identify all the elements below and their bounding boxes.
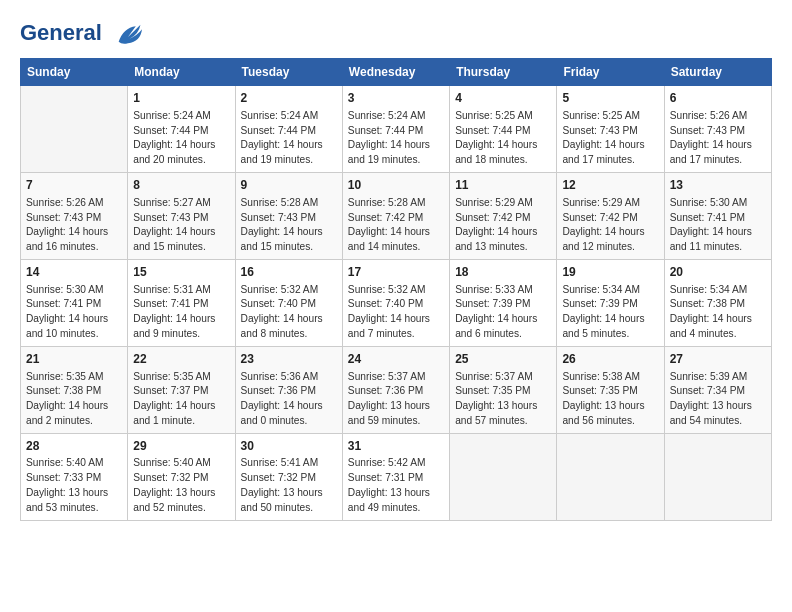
day-content: Sunrise: 5:24 AM Sunset: 7:44 PM Dayligh… [348, 109, 444, 168]
day-number: 4 [455, 90, 551, 107]
weekday-header-monday: Monday [128, 59, 235, 86]
calendar-cell: 27Sunrise: 5:39 AM Sunset: 7:34 PM Dayli… [664, 346, 771, 433]
day-number: 29 [133, 438, 229, 455]
day-number: 14 [26, 264, 122, 281]
calendar-cell: 14Sunrise: 5:30 AM Sunset: 7:41 PM Dayli… [21, 259, 128, 346]
day-content: Sunrise: 5:40 AM Sunset: 7:33 PM Dayligh… [26, 456, 122, 515]
calendar-cell: 20Sunrise: 5:34 AM Sunset: 7:38 PM Dayli… [664, 259, 771, 346]
calendar-cell: 28Sunrise: 5:40 AM Sunset: 7:33 PM Dayli… [21, 433, 128, 520]
weekday-header-sunday: Sunday [21, 59, 128, 86]
day-content: Sunrise: 5:37 AM Sunset: 7:35 PM Dayligh… [455, 370, 551, 429]
calendar-cell: 13Sunrise: 5:30 AM Sunset: 7:41 PM Dayli… [664, 172, 771, 259]
day-number: 9 [241, 177, 337, 194]
week-row-1: 1Sunrise: 5:24 AM Sunset: 7:44 PM Daylig… [21, 86, 772, 173]
day-number: 8 [133, 177, 229, 194]
day-content: Sunrise: 5:38 AM Sunset: 7:35 PM Dayligh… [562, 370, 658, 429]
calendar-cell: 3Sunrise: 5:24 AM Sunset: 7:44 PM Daylig… [342, 86, 449, 173]
weekday-header-wednesday: Wednesday [342, 59, 449, 86]
weekday-header-thursday: Thursday [450, 59, 557, 86]
calendar-cell: 2Sunrise: 5:24 AM Sunset: 7:44 PM Daylig… [235, 86, 342, 173]
calendar-cell: 31Sunrise: 5:42 AM Sunset: 7:31 PM Dayli… [342, 433, 449, 520]
calendar-cell: 21Sunrise: 5:35 AM Sunset: 7:38 PM Dayli… [21, 346, 128, 433]
calendar-cell [21, 86, 128, 173]
calendar-cell: 17Sunrise: 5:32 AM Sunset: 7:40 PM Dayli… [342, 259, 449, 346]
calendar-cell: 23Sunrise: 5:36 AM Sunset: 7:36 PM Dayli… [235, 346, 342, 433]
day-number: 19 [562, 264, 658, 281]
day-content: Sunrise: 5:36 AM Sunset: 7:36 PM Dayligh… [241, 370, 337, 429]
day-content: Sunrise: 5:27 AM Sunset: 7:43 PM Dayligh… [133, 196, 229, 255]
day-number: 12 [562, 177, 658, 194]
day-number: 20 [670, 264, 766, 281]
day-content: Sunrise: 5:29 AM Sunset: 7:42 PM Dayligh… [562, 196, 658, 255]
day-number: 24 [348, 351, 444, 368]
day-content: Sunrise: 5:35 AM Sunset: 7:37 PM Dayligh… [133, 370, 229, 429]
weekday-header-saturday: Saturday [664, 59, 771, 86]
week-row-2: 7Sunrise: 5:26 AM Sunset: 7:43 PM Daylig… [21, 172, 772, 259]
calendar-cell: 25Sunrise: 5:37 AM Sunset: 7:35 PM Dayli… [450, 346, 557, 433]
day-content: Sunrise: 5:24 AM Sunset: 7:44 PM Dayligh… [133, 109, 229, 168]
calendar-cell: 19Sunrise: 5:34 AM Sunset: 7:39 PM Dayli… [557, 259, 664, 346]
calendar-cell: 16Sunrise: 5:32 AM Sunset: 7:40 PM Dayli… [235, 259, 342, 346]
day-number: 28 [26, 438, 122, 455]
day-number: 2 [241, 90, 337, 107]
weekday-header-row: SundayMondayTuesdayWednesdayThursdayFrid… [21, 59, 772, 86]
day-content: Sunrise: 5:42 AM Sunset: 7:31 PM Dayligh… [348, 456, 444, 515]
day-number: 10 [348, 177, 444, 194]
calendar-cell: 29Sunrise: 5:40 AM Sunset: 7:32 PM Dayli… [128, 433, 235, 520]
day-content: Sunrise: 5:25 AM Sunset: 7:43 PM Dayligh… [562, 109, 658, 168]
day-content: Sunrise: 5:34 AM Sunset: 7:38 PM Dayligh… [670, 283, 766, 342]
calendar-cell: 9Sunrise: 5:28 AM Sunset: 7:43 PM Daylig… [235, 172, 342, 259]
day-number: 16 [241, 264, 337, 281]
day-content: Sunrise: 5:37 AM Sunset: 7:36 PM Dayligh… [348, 370, 444, 429]
week-row-4: 21Sunrise: 5:35 AM Sunset: 7:38 PM Dayli… [21, 346, 772, 433]
day-number: 26 [562, 351, 658, 368]
day-content: Sunrise: 5:28 AM Sunset: 7:43 PM Dayligh… [241, 196, 337, 255]
day-content: Sunrise: 5:33 AM Sunset: 7:39 PM Dayligh… [455, 283, 551, 342]
calendar-cell: 8Sunrise: 5:27 AM Sunset: 7:43 PM Daylig… [128, 172, 235, 259]
day-content: Sunrise: 5:26 AM Sunset: 7:43 PM Dayligh… [26, 196, 122, 255]
day-number: 25 [455, 351, 551, 368]
day-number: 31 [348, 438, 444, 455]
weekday-header-tuesday: Tuesday [235, 59, 342, 86]
day-content: Sunrise: 5:32 AM Sunset: 7:40 PM Dayligh… [241, 283, 337, 342]
calendar-table: SundayMondayTuesdayWednesdayThursdayFrid… [20, 58, 772, 521]
day-number: 23 [241, 351, 337, 368]
calendar-cell: 15Sunrise: 5:31 AM Sunset: 7:41 PM Dayli… [128, 259, 235, 346]
calendar-cell [450, 433, 557, 520]
day-number: 27 [670, 351, 766, 368]
day-number: 3 [348, 90, 444, 107]
day-content: Sunrise: 5:32 AM Sunset: 7:40 PM Dayligh… [348, 283, 444, 342]
calendar-cell [664, 433, 771, 520]
day-content: Sunrise: 5:31 AM Sunset: 7:41 PM Dayligh… [133, 283, 229, 342]
calendar-cell: 24Sunrise: 5:37 AM Sunset: 7:36 PM Dayli… [342, 346, 449, 433]
calendar-cell: 11Sunrise: 5:29 AM Sunset: 7:42 PM Dayli… [450, 172, 557, 259]
day-content: Sunrise: 5:26 AM Sunset: 7:43 PM Dayligh… [670, 109, 766, 168]
day-number: 15 [133, 264, 229, 281]
day-content: Sunrise: 5:41 AM Sunset: 7:32 PM Dayligh… [241, 456, 337, 515]
day-number: 5 [562, 90, 658, 107]
calendar-cell: 18Sunrise: 5:33 AM Sunset: 7:39 PM Dayli… [450, 259, 557, 346]
calendar-body: 1Sunrise: 5:24 AM Sunset: 7:44 PM Daylig… [21, 86, 772, 521]
day-content: Sunrise: 5:29 AM Sunset: 7:42 PM Dayligh… [455, 196, 551, 255]
week-row-3: 14Sunrise: 5:30 AM Sunset: 7:41 PM Dayli… [21, 259, 772, 346]
day-content: Sunrise: 5:34 AM Sunset: 7:39 PM Dayligh… [562, 283, 658, 342]
day-content: Sunrise: 5:30 AM Sunset: 7:41 PM Dayligh… [670, 196, 766, 255]
day-number: 6 [670, 90, 766, 107]
weekday-header-friday: Friday [557, 59, 664, 86]
day-content: Sunrise: 5:30 AM Sunset: 7:41 PM Dayligh… [26, 283, 122, 342]
day-number: 30 [241, 438, 337, 455]
logo: General [20, 20, 144, 48]
calendar-cell [557, 433, 664, 520]
day-content: Sunrise: 5:25 AM Sunset: 7:44 PM Dayligh… [455, 109, 551, 168]
page-header: General [20, 20, 772, 48]
day-number: 11 [455, 177, 551, 194]
day-number: 17 [348, 264, 444, 281]
day-content: Sunrise: 5:24 AM Sunset: 7:44 PM Dayligh… [241, 109, 337, 168]
day-content: Sunrise: 5:40 AM Sunset: 7:32 PM Dayligh… [133, 456, 229, 515]
day-number: 22 [133, 351, 229, 368]
calendar-cell: 12Sunrise: 5:29 AM Sunset: 7:42 PM Dayli… [557, 172, 664, 259]
day-content: Sunrise: 5:39 AM Sunset: 7:34 PM Dayligh… [670, 370, 766, 429]
day-number: 18 [455, 264, 551, 281]
calendar-cell: 30Sunrise: 5:41 AM Sunset: 7:32 PM Dayli… [235, 433, 342, 520]
calendar-cell: 4Sunrise: 5:25 AM Sunset: 7:44 PM Daylig… [450, 86, 557, 173]
